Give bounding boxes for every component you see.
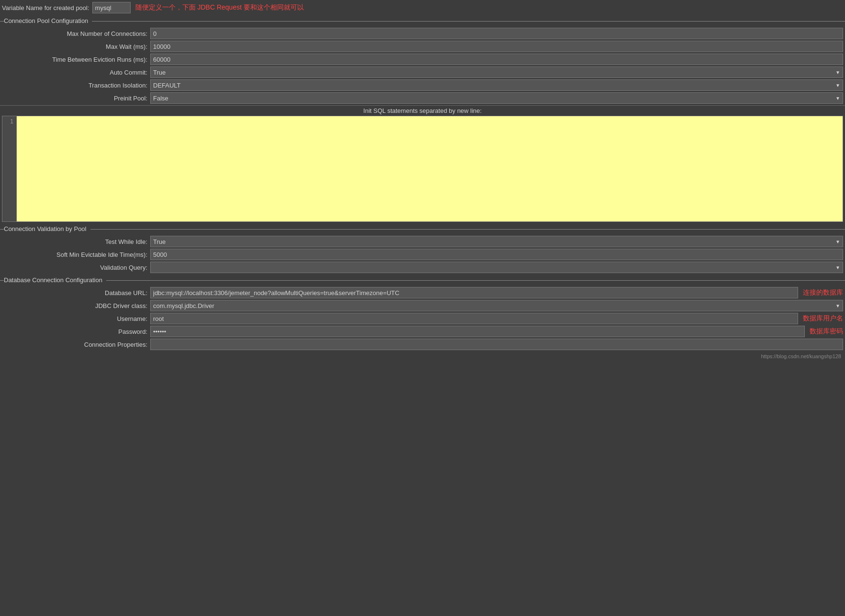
footer-url: https://blog.csdn.net/kuangshp128 [0, 352, 845, 361]
test-while-idle-select-wrapper: True False ▼ [150, 236, 843, 247]
preinit-pool-row: Preinit Pool: False True ▼ [0, 92, 845, 104]
validation-query-select-wrapper: Select 1 Select 1 from dual ▼ [150, 262, 843, 273]
validation-query-label: Validation Query: [2, 264, 150, 271]
max-wait-row: Max Wait (ms): [0, 41, 845, 52]
password-input[interactable] [150, 326, 805, 337]
auto-commit-select-wrapper: True False ▼ [150, 66, 843, 78]
connection-pool-section-header: Connection Pool Configuration [0, 15, 845, 26]
soft-min-idle-row: Soft Min Evictable Idle Time(ms): [0, 249, 845, 260]
max-wait-input[interactable] [150, 41, 843, 52]
database-url-input[interactable] [150, 287, 798, 298]
db-connection-section-header: Database Connection Configuration [0, 275, 845, 286]
max-connections-input[interactable] [150, 28, 843, 39]
validation-query-row: Validation Query: Select 1 Select 1 from… [0, 262, 845, 273]
transaction-isolation-select[interactable]: DEFAULT TRANSACTION_NONE TRANSACTION_REA… [150, 79, 843, 91]
preinit-pool-select-wrapper: False True ▼ [150, 92, 843, 104]
soft-min-idle-input[interactable] [150, 249, 843, 260]
password-row: Password: 数据库密码 [0, 326, 845, 337]
jdbc-driver-row: JDBC Driver class: com.mysql.jdbc.Driver… [0, 300, 845, 311]
connection-properties-input[interactable] [150, 339, 843, 350]
username-annotation: 数据库用户名 [803, 314, 843, 323]
jdbc-driver-select[interactable]: com.mysql.jdbc.Driver org.postgresql.Dri… [150, 300, 843, 311]
preinit-pool-select[interactable]: False True [150, 92, 843, 104]
transaction-isolation-select-wrapper: DEFAULT TRANSACTION_NONE TRANSACTION_REA… [150, 79, 843, 91]
validation-query-select[interactable]: Select 1 Select 1 from dual [150, 262, 843, 273]
eviction-runs-label: Time Between Eviction Runs (ms): [2, 56, 150, 63]
init-sql-label: Init SQL statements separated by new lin… [0, 105, 845, 116]
username-input[interactable] [150, 313, 798, 324]
test-while-idle-select[interactable]: True False [150, 236, 843, 247]
sql-textarea[interactable] [17, 116, 843, 221]
eviction-runs-input[interactable] [150, 54, 843, 65]
variable-annotation: 随便定义一个，下面 JDBC Request 要和这个相同就可以 [135, 3, 304, 12]
sql-editor: 1 [2, 116, 843, 222]
connection-properties-row: Connection Properties: [0, 339, 845, 350]
jdbc-driver-select-wrapper: com.mysql.jdbc.Driver org.postgresql.Dri… [150, 300, 843, 311]
max-wait-label: Max Wait (ms): [2, 43, 150, 50]
preinit-pool-label: Preinit Pool: [2, 95, 150, 102]
database-url-label: Database URL: [2, 289, 150, 297]
transaction-isolation-label: Transaction Isolation: [2, 82, 150, 89]
line-numbers: 1 [2, 116, 17, 221]
username-label: Username: [2, 315, 150, 322]
test-while-idle-label: Test While Idle: [2, 238, 150, 245]
init-sql-area: Init SQL statements separated by new lin… [0, 105, 845, 222]
password-label: Password: [2, 328, 150, 335]
jdbc-driver-label: JDBC Driver class: [2, 302, 150, 309]
password-annotation: 数据库密码 [810, 327, 843, 336]
soft-min-idle-label: Soft Min Evictable Idle Time(ms): [2, 251, 150, 258]
auto-commit-row: Auto Commit: True False ▼ [0, 66, 845, 78]
auto-commit-select[interactable]: True False [150, 66, 843, 78]
connection-properties-label: Connection Properties: [2, 341, 150, 348]
eviction-runs-row: Time Between Eviction Runs (ms): [0, 54, 845, 65]
variable-name-label: Variable Name for created pool: [2, 4, 89, 11]
variable-name-row: Variable Name for created pool: 随便定义一个，下… [2, 2, 843, 13]
max-connections-row: Max Number of Connections: [0, 28, 845, 39]
database-url-row: Database URL: 连接的数据库 [0, 287, 845, 298]
test-while-idle-row: Test While Idle: True False ▼ [0, 236, 845, 247]
auto-commit-label: Auto Commit: [2, 69, 150, 76]
variable-name-input[interactable] [92, 2, 131, 13]
database-url-annotation: 连接的数据库 [803, 288, 843, 297]
max-connections-label: Max Number of Connections: [2, 30, 150, 37]
connection-validation-section-header: Connection Validation by Pool [0, 223, 845, 234]
username-row: Username: 数据库用户名 [0, 313, 845, 324]
variable-name-wrapper: 随便定义一个，下面 JDBC Request 要和这个相同就可以 [92, 2, 843, 13]
transaction-isolation-row: Transaction Isolation: DEFAULT TRANSACTI… [0, 79, 845, 91]
